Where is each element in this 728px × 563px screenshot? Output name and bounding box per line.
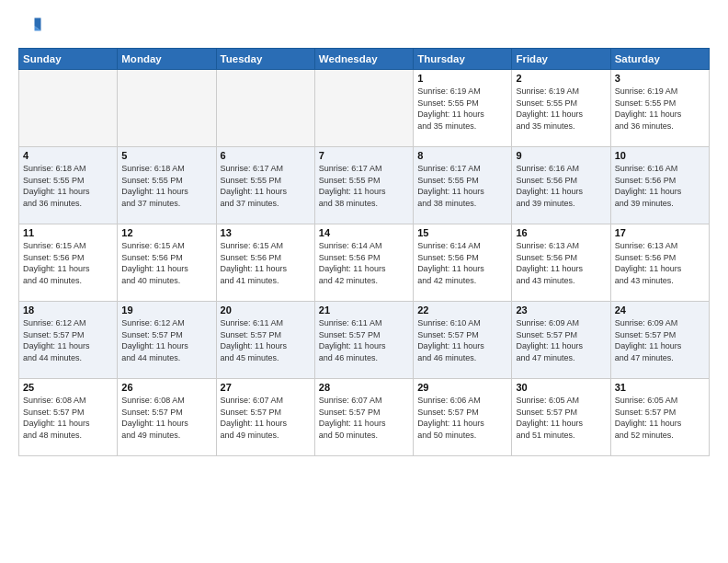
day-info: Sunrise: 6:13 AM Sunset: 5:56 PM Dayligh… (516, 240, 606, 286)
day-number: 12 (121, 227, 211, 238)
weekday-header-tuesday: Tuesday (216, 49, 314, 70)
day-number: 4 (23, 150, 113, 161)
day-number: 19 (121, 304, 211, 316)
calendar: SundayMondayTuesdayWednesdayThursdayFrid… (18, 48, 710, 456)
day-number: 7 (319, 150, 409, 161)
weekday-header-monday: Monday (118, 49, 216, 70)
day-number: 11 (23, 227, 113, 238)
logo-icon (18, 15, 44, 40)
calendar-cell: 7Sunrise: 6:17 AM Sunset: 5:55 PM Daylig… (314, 147, 413, 224)
calendar-cell: 27Sunrise: 6:07 AM Sunset: 5:57 PM Dayli… (216, 379, 314, 456)
calendar-cell: 18Sunrise: 6:12 AM Sunset: 5:57 PM Dayli… (19, 302, 118, 379)
calendar-cell (118, 70, 216, 147)
day-number: 25 (23, 382, 113, 393)
week-row-1: 1Sunrise: 6:19 AM Sunset: 5:55 PM Daylig… (19, 70, 710, 147)
day-number: 23 (516, 304, 606, 316)
day-info: Sunrise: 6:12 AM Sunset: 5:57 PM Dayligh… (121, 317, 211, 363)
calendar-cell: 22Sunrise: 6:10 AM Sunset: 5:57 PM Dayli… (414, 302, 512, 379)
calendar-cell: 8Sunrise: 6:17 AM Sunset: 5:55 PM Daylig… (414, 147, 512, 224)
calendar-cell: 28Sunrise: 6:07 AM Sunset: 5:57 PM Dayli… (314, 379, 413, 456)
weekday-header-thursday: Thursday (414, 49, 512, 70)
day-info: Sunrise: 6:14 AM Sunset: 5:56 PM Dayligh… (319, 240, 409, 286)
day-info: Sunrise: 6:19 AM Sunset: 5:55 PM Dayligh… (516, 86, 606, 132)
day-number: 24 (615, 304, 705, 316)
day-info: Sunrise: 6:15 AM Sunset: 5:56 PM Dayligh… (221, 240, 311, 286)
calendar-cell: 1Sunrise: 6:19 AM Sunset: 5:55 PM Daylig… (414, 70, 512, 147)
day-info: Sunrise: 6:17 AM Sunset: 5:55 PM Dayligh… (417, 163, 507, 209)
day-info: Sunrise: 6:19 AM Sunset: 5:55 PM Dayligh… (417, 86, 507, 132)
day-number: 21 (319, 304, 409, 316)
calendar-cell: 16Sunrise: 6:13 AM Sunset: 5:56 PM Dayli… (512, 224, 610, 302)
day-info: Sunrise: 6:17 AM Sunset: 5:55 PM Dayligh… (319, 163, 409, 209)
day-info: Sunrise: 6:17 AM Sunset: 5:55 PM Dayligh… (221, 163, 311, 209)
day-number: 31 (615, 382, 705, 393)
day-info: Sunrise: 6:18 AM Sunset: 5:55 PM Dayligh… (121, 163, 211, 209)
calendar-cell: 19Sunrise: 6:12 AM Sunset: 5:57 PM Dayli… (118, 302, 216, 379)
day-info: Sunrise: 6:12 AM Sunset: 5:57 PM Dayligh… (23, 317, 113, 363)
day-number: 6 (221, 150, 311, 161)
day-number: 9 (516, 150, 606, 161)
day-info: Sunrise: 6:09 AM Sunset: 5:57 PM Dayligh… (615, 317, 705, 363)
day-info: Sunrise: 6:10 AM Sunset: 5:57 PM Dayligh… (417, 317, 507, 363)
day-number: 1 (417, 73, 507, 84)
day-info: Sunrise: 6:13 AM Sunset: 5:56 PM Dayligh… (615, 240, 705, 286)
calendar-cell: 24Sunrise: 6:09 AM Sunset: 5:57 PM Dayli… (610, 302, 709, 379)
day-number: 16 (516, 227, 606, 238)
day-number: 26 (121, 382, 211, 393)
day-info: Sunrise: 6:07 AM Sunset: 5:57 PM Dayligh… (221, 395, 311, 441)
week-row-5: 25Sunrise: 6:08 AM Sunset: 5:57 PM Dayli… (19, 379, 710, 456)
calendar-cell: 25Sunrise: 6:08 AM Sunset: 5:57 PM Dayli… (19, 379, 118, 456)
day-number: 8 (417, 150, 507, 161)
day-number: 22 (417, 304, 507, 316)
calendar-cell: 15Sunrise: 6:14 AM Sunset: 5:56 PM Dayli… (414, 224, 512, 302)
day-info: Sunrise: 6:15 AM Sunset: 5:56 PM Dayligh… (121, 240, 211, 286)
day-number: 15 (417, 227, 507, 238)
day-info: Sunrise: 6:05 AM Sunset: 5:57 PM Dayligh… (516, 395, 606, 441)
day-info: Sunrise: 6:09 AM Sunset: 5:57 PM Dayligh… (516, 317, 606, 363)
day-info: Sunrise: 6:15 AM Sunset: 5:56 PM Dayligh… (23, 240, 113, 286)
calendar-cell: 26Sunrise: 6:08 AM Sunset: 5:57 PM Dayli… (118, 379, 216, 456)
day-info: Sunrise: 6:19 AM Sunset: 5:55 PM Dayligh… (615, 86, 705, 132)
calendar-cell: 31Sunrise: 6:05 AM Sunset: 5:57 PM Dayli… (610, 379, 709, 456)
calendar-cell: 12Sunrise: 6:15 AM Sunset: 5:56 PM Dayli… (118, 224, 216, 302)
weekday-header-friday: Friday (512, 49, 610, 70)
day-info: Sunrise: 6:08 AM Sunset: 5:57 PM Dayligh… (121, 395, 211, 441)
day-number: 2 (516, 73, 606, 84)
day-number: 30 (516, 382, 606, 393)
weekday-header-sunday: Sunday (19, 49, 118, 70)
calendar-cell: 5Sunrise: 6:18 AM Sunset: 5:55 PM Daylig… (118, 147, 216, 224)
weekday-header-saturday: Saturday (610, 49, 709, 70)
week-row-2: 4Sunrise: 6:18 AM Sunset: 5:55 PM Daylig… (19, 147, 710, 224)
calendar-cell: 4Sunrise: 6:18 AM Sunset: 5:55 PM Daylig… (19, 147, 118, 224)
calendar-cell: 23Sunrise: 6:09 AM Sunset: 5:57 PM Dayli… (512, 302, 610, 379)
day-number: 17 (615, 227, 705, 238)
calendar-cell: 6Sunrise: 6:17 AM Sunset: 5:55 PM Daylig… (216, 147, 314, 224)
week-row-4: 18Sunrise: 6:12 AM Sunset: 5:57 PM Dayli… (19, 302, 710, 379)
calendar-cell: 29Sunrise: 6:06 AM Sunset: 5:57 PM Dayli… (414, 379, 512, 456)
day-number: 28 (319, 382, 409, 393)
calendar-cell: 9Sunrise: 6:16 AM Sunset: 5:56 PM Daylig… (512, 147, 610, 224)
calendar-cell: 17Sunrise: 6:13 AM Sunset: 5:56 PM Dayli… (610, 224, 709, 302)
calendar-cell: 21Sunrise: 6:11 AM Sunset: 5:57 PM Dayli… (314, 302, 413, 379)
day-number: 29 (417, 382, 507, 393)
page: SundayMondayTuesdayWednesdayThursdayFrid… (0, 0, 728, 563)
calendar-cell: 3Sunrise: 6:19 AM Sunset: 5:55 PM Daylig… (610, 70, 709, 147)
week-row-3: 11Sunrise: 6:15 AM Sunset: 5:56 PM Dayli… (19, 224, 710, 302)
calendar-cell: 20Sunrise: 6:11 AM Sunset: 5:57 PM Dayli… (216, 302, 314, 379)
day-info: Sunrise: 6:05 AM Sunset: 5:57 PM Dayligh… (615, 395, 705, 441)
calendar-cell: 10Sunrise: 6:16 AM Sunset: 5:56 PM Dayli… (610, 147, 709, 224)
day-info: Sunrise: 6:07 AM Sunset: 5:57 PM Dayligh… (319, 395, 409, 441)
calendar-cell: 30Sunrise: 6:05 AM Sunset: 5:57 PM Dayli… (512, 379, 610, 456)
header (18, 15, 710, 40)
calendar-cell: 13Sunrise: 6:15 AM Sunset: 5:56 PM Dayli… (216, 224, 314, 302)
calendar-cell: 11Sunrise: 6:15 AM Sunset: 5:56 PM Dayli… (19, 224, 118, 302)
day-number: 10 (615, 150, 705, 161)
day-info: Sunrise: 6:14 AM Sunset: 5:56 PM Dayligh… (417, 240, 507, 286)
day-number: 3 (615, 73, 705, 84)
day-number: 27 (221, 382, 311, 393)
day-number: 13 (221, 227, 311, 238)
logo (18, 15, 48, 40)
day-info: Sunrise: 6:11 AM Sunset: 5:57 PM Dayligh… (319, 317, 409, 363)
calendar-cell (216, 70, 314, 147)
calendar-cell (19, 70, 118, 147)
